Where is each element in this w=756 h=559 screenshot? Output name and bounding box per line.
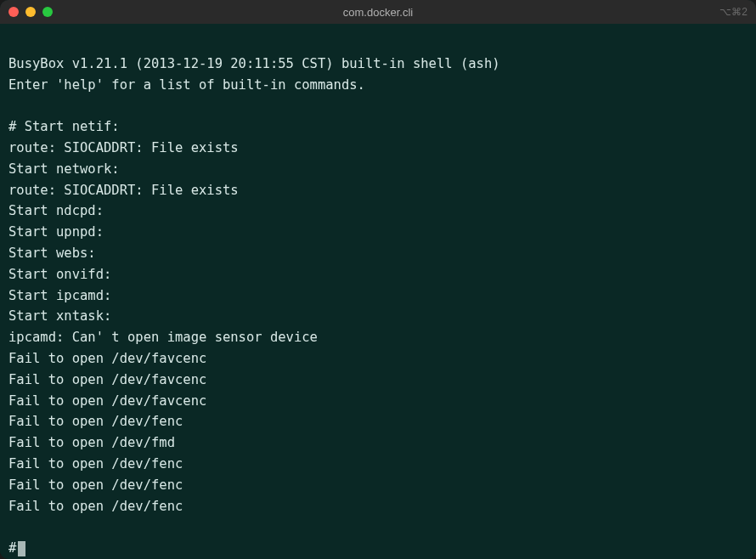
terminal-line: ipcamd: Can' t open image sensor device <box>8 327 748 348</box>
terminal-line <box>8 517 748 538</box>
traffic-lights <box>8 7 53 17</box>
terminal-line: Fail to open /dev/favcenc <box>8 348 748 370</box>
terminal-line: Fail to open /dev/fmd <box>8 432 748 454</box>
title-bar: com.docker.cli ⌥⌘2 <box>0 0 756 24</box>
maximize-button[interactable] <box>42 7 53 17</box>
terminal-window: com.docker.cli ⌥⌘2 BusyBox v1.21.1 (2013… <box>0 0 756 559</box>
terminal-line: Start network: <box>8 159 748 180</box>
terminal-line: route: SIOCADDRT: File exists <box>8 180 748 201</box>
terminal-line: Start upnpd: <box>8 222 748 243</box>
terminal-line: # Start netif: <box>8 116 748 138</box>
terminal-line: route: SIOCADDRT: File exists <box>8 138 748 159</box>
terminal-line: Start xntask: <box>8 306 748 327</box>
prompt-line: # <box>8 538 748 559</box>
terminal-line: Fail to open /dev/fenc <box>8 475 748 496</box>
cursor <box>18 541 25 556</box>
terminal-line: Start onvifd: <box>8 264 748 285</box>
terminal-line: BusyBox v1.21.1 (2013-12-19 20:11:55 CST… <box>8 54 748 75</box>
terminal-line: Start ipcamd: <box>8 285 748 307</box>
terminal-line: Fail to open /dev/fenc <box>8 454 748 475</box>
terminal-line: Start webs: <box>8 243 748 264</box>
window-title: com.docker.cli <box>343 6 413 19</box>
terminal-body[interactable]: BusyBox v1.21.1 (2013-12-19 20:11:55 CST… <box>0 24 756 559</box>
terminal-line: Enter 'help' for a list of built-in comm… <box>8 75 748 96</box>
window-shortcut: ⌥⌘2 <box>719 6 748 18</box>
terminal-line: Fail to open /dev/favcenc <box>8 370 748 391</box>
terminal-line <box>8 32 748 54</box>
minimize-button[interactable] <box>25 7 36 17</box>
terminal-output: BusyBox v1.21.1 (2013-12-19 20:11:55 CST… <box>8 32 748 517</box>
terminal-line: Fail to open /dev/favcenc <box>8 391 748 412</box>
shell-prompt: # <box>8 538 16 559</box>
terminal-line: Fail to open /dev/fenc <box>8 496 748 517</box>
terminal-line: Fail to open /dev/fenc <box>8 411 748 432</box>
close-button[interactable] <box>8 7 19 17</box>
terminal-line: Start ndcpd: <box>8 200 748 222</box>
terminal-line <box>8 95 748 116</box>
